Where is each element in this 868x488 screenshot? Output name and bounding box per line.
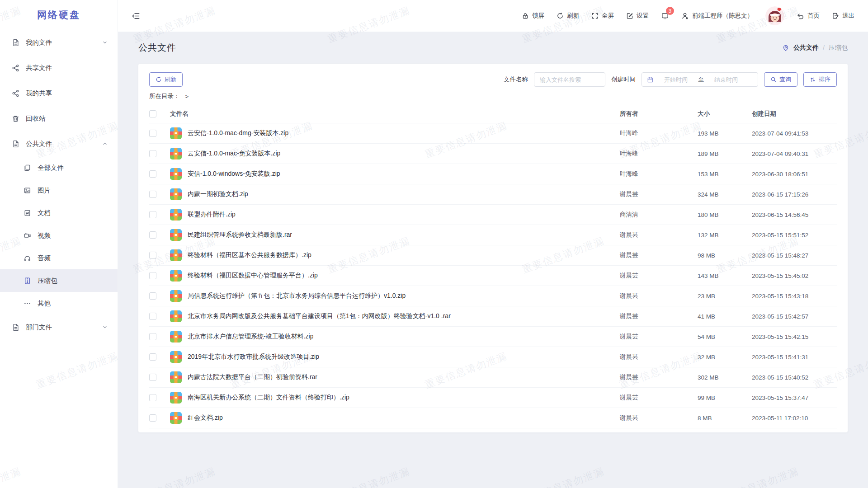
file-name[interactable]: 红会文档.zip bbox=[188, 414, 223, 422]
file-name[interactable]: 北京市水务局内网改版及公共服务基础平台建设项目（第1包：内网改版）终验验文档-v… bbox=[188, 312, 451, 320]
row-checkbox[interactable] bbox=[149, 252, 156, 259]
sidebar-item-label: 公共文件 bbox=[26, 140, 52, 148]
row-checkbox[interactable] bbox=[149, 191, 156, 198]
file-date: 2023-05-15 15:48:27 bbox=[752, 252, 837, 259]
row-checkbox[interactable] bbox=[149, 130, 156, 137]
sort-button[interactable]: 排序 bbox=[803, 72, 837, 87]
logout-button[interactable]: 退出 bbox=[832, 12, 854, 20]
file-date: 2023-05-15 15:45:02 bbox=[752, 272, 837, 279]
home-button[interactable]: 首页 bbox=[797, 12, 820, 20]
table-row[interactable]: 终验材料（福田区基本公共服务数据库）.zip 谢晨芸 98 MB 2023-05… bbox=[149, 245, 837, 266]
sidebar-item-audio[interactable]: 音频 bbox=[0, 247, 118, 269]
table-row[interactable]: 民建组织管理系统验收文档最新版.rar 谢晨芸 132 MB 2023-05-1… bbox=[149, 225, 837, 245]
table-row[interactable]: 局信息系统运行维护（第五包：北京市水务局综合信息平台运行维护）v1.0.zip … bbox=[149, 286, 837, 306]
sidebar-item-my-files[interactable]: 我的文件 bbox=[0, 30, 118, 55]
sidebar-item-videos[interactable]: 视频 bbox=[0, 224, 118, 247]
file-name[interactable]: 安信-1.0.0-windows-免安装版.zip bbox=[188, 170, 280, 178]
table-row[interactable]: 内蒙古法院大数据平台（二期）初验前资料.rar 谢晨芸 302 MB 2023-… bbox=[149, 367, 837, 388]
end-date-input[interactable] bbox=[708, 76, 745, 83]
table-row[interactable]: 云安信-1.0.0-mac-dmg-安装版本.zip 叶海峰 193 MB 20… bbox=[149, 123, 837, 144]
refresh-list-button[interactable]: 刷新 bbox=[149, 72, 183, 87]
logout-icon bbox=[832, 12, 839, 19]
ellipsis-icon bbox=[24, 300, 31, 307]
sidebar-item-recycle-bin[interactable]: 回收站 bbox=[0, 106, 118, 131]
user-menu[interactable]: 前端工程师（陈思文） bbox=[681, 12, 753, 20]
file-name[interactable]: 民建组织管理系统验收文档最新版.rar bbox=[188, 231, 292, 239]
sidebar-item-department-files[interactable]: 部门文件 bbox=[0, 314, 118, 340]
settings-button[interactable]: 设置 bbox=[626, 12, 649, 20]
sidebar-item-public-files[interactable]: 公共文件 bbox=[0, 131, 118, 156]
column-header-size[interactable]: 大小 bbox=[698, 110, 752, 118]
file-name[interactable]: 局信息系统运行维护（第五包：北京市水务局综合信息平台运行维护）v1.0.zip bbox=[188, 292, 406, 300]
column-header-date[interactable]: 创建日期 bbox=[752, 110, 837, 118]
zip-archive-icon bbox=[170, 331, 182, 343]
chevron-down-icon bbox=[102, 40, 108, 45]
sidebar-item-images[interactable]: 图片 bbox=[0, 179, 118, 202]
avatar[interactable] bbox=[765, 6, 784, 25]
start-date-input[interactable] bbox=[657, 76, 694, 83]
sidebar-item-shared-files[interactable]: 共享文件 bbox=[0, 55, 118, 80]
sidebar-item-label: 图片 bbox=[38, 186, 51, 195]
sidebar-item-all-files[interactable]: 全部文件 bbox=[0, 156, 118, 179]
file-name[interactable]: 云安信-1.0.0-mac-免安装版本.zip bbox=[188, 150, 280, 158]
sidebar-item-others[interactable]: 其他 bbox=[0, 292, 118, 314]
table-row[interactable]: 北京市排水户信息管理系统-竣工验收材料.zip 谢晨芸 54 MB 2023-0… bbox=[149, 327, 837, 347]
table-row[interactable]: 北京市水务局内网改版及公共服务基础平台建设项目（第1包：内网改版）终验验文档-v… bbox=[149, 306, 837, 327]
breadcrumb-root[interactable]: 公共文件 bbox=[793, 44, 819, 52]
user-name: 前端工程师（陈思文） bbox=[692, 12, 753, 20]
fullscreen-icon bbox=[591, 12, 599, 19]
select-all-checkbox[interactable] bbox=[149, 110, 156, 117]
file-name[interactable]: 云安信-1.0.0-mac-dmg-安装版本.zip bbox=[188, 129, 288, 137]
query-button[interactable]: 查询 bbox=[764, 72, 797, 87]
menu-fold-icon[interactable] bbox=[132, 12, 140, 20]
sidebar-item-documents[interactable]: 文档 bbox=[0, 202, 118, 224]
file-owner: 谢晨芸 bbox=[620, 353, 698, 361]
file-date: 2023-05-15 15:37:47 bbox=[752, 394, 837, 401]
row-checkbox[interactable] bbox=[149, 353, 156, 361]
file-name[interactable]: 南海区机关新办公系统（二期）文件资料（终验打印）.zip bbox=[188, 394, 349, 402]
row-checkbox[interactable] bbox=[149, 374, 156, 381]
date-range-picker[interactable]: 至 bbox=[642, 72, 758, 87]
row-checkbox[interactable] bbox=[149, 231, 156, 239]
file-list-card: 刷新 文件名称 创建时间 至 bbox=[138, 64, 848, 432]
file-date: 2023-06-30 18:06:51 bbox=[752, 171, 837, 178]
table-row[interactable]: 终验材料（福田区数据中心管理服务平台）.zip 谢晨芸 143 MB 2023-… bbox=[149, 266, 837, 286]
column-header-filename[interactable]: 文件名 bbox=[170, 110, 620, 118]
file-name[interactable]: 内蒙一期初验文档.zip bbox=[188, 190, 248, 198]
notifications-button[interactable]: 3 bbox=[661, 12, 669, 20]
sidebar-item-archives[interactable]: 压缩包 bbox=[0, 269, 118, 292]
filename-search-input[interactable] bbox=[534, 72, 605, 87]
row-checkbox[interactable] bbox=[149, 394, 156, 401]
table-row[interactable]: 内蒙一期初验文档.zip 谢晨芸 324 MB 2023-06-15 17:15… bbox=[149, 184, 837, 205]
table-row[interactable]: 红会文档.zip 谢晨芸 8 MB 2023-05-11 17:02:10 bbox=[149, 408, 837, 428]
file-name[interactable]: 终验材料（福田区基本公共服务数据库）.zip bbox=[188, 251, 311, 259]
table-row[interactable]: 安信-1.0.0-windows-免安装版.zip 叶海峰 153 MB 202… bbox=[149, 164, 837, 184]
row-checkbox[interactable] bbox=[149, 150, 156, 157]
row-checkbox[interactable] bbox=[149, 414, 156, 422]
row-checkbox[interactable] bbox=[149, 333, 156, 340]
row-checkbox[interactable] bbox=[149, 272, 156, 279]
row-checkbox[interactable] bbox=[149, 313, 156, 320]
lock-screen-button[interactable]: 锁屏 bbox=[522, 12, 544, 20]
table-row[interactable]: 云安信-1.0.0-mac-免安装版本.zip 叶海峰 189 MB 2023-… bbox=[149, 144, 837, 164]
file-date: 2023-05-15 15:42:15 bbox=[752, 333, 837, 340]
file-date: 2023-05-15 15:40:52 bbox=[752, 374, 837, 381]
refresh-page-button[interactable]: 刷新 bbox=[557, 12, 579, 20]
table-row[interactable]: 南海区机关新办公系统（二期）文件资料（终验打印）.zip 谢晨芸 99 MB 2… bbox=[149, 388, 837, 408]
row-checkbox[interactable] bbox=[149, 170, 156, 178]
row-checkbox[interactable] bbox=[149, 211, 156, 218]
sidebar-item-my-shares[interactable]: 我的共享 bbox=[0, 80, 118, 106]
row-checkbox[interactable] bbox=[149, 292, 156, 300]
file-name[interactable]: 北京市排水户信息管理系统-竣工验收材料.zip bbox=[188, 333, 313, 341]
table-row[interactable]: 联盟办件附件.zip 商清清 180 MB 2023-06-15 14:56:4… bbox=[149, 205, 837, 225]
top-header: 锁屏 刷新 全屏 设置 bbox=[118, 0, 868, 32]
file-name[interactable]: 终验材料（福田区数据中心管理服务平台）.zip bbox=[188, 272, 318, 280]
column-header-owner[interactable]: 所有者 bbox=[620, 110, 698, 118]
table-row[interactable]: 2019年北京市水行政审批系统升级改造项目.zip 谢晨芸 32 MB 2023… bbox=[149, 347, 837, 367]
file-name[interactable]: 2019年北京市水行政审批系统升级改造项目.zip bbox=[188, 353, 319, 361]
file-name[interactable]: 联盟办件附件.zip bbox=[188, 211, 236, 219]
zip-archive-icon bbox=[170, 371, 182, 383]
fullscreen-button[interactable]: 全屏 bbox=[591, 12, 614, 20]
file-name[interactable]: 内蒙古法院大数据平台（二期）初验前资料.rar bbox=[188, 373, 317, 381]
file-size: 8 MB bbox=[698, 415, 752, 422]
